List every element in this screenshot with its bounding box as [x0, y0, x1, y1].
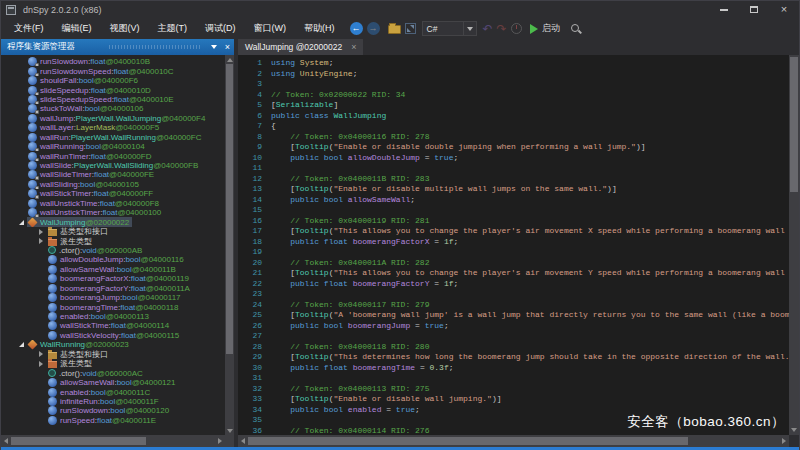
tree-item[interactable]: 派生类型: [1, 236, 234, 245]
tree-item[interactable]: runSlowdownSpeed : float @0400010C: [1, 66, 234, 75]
sidebar-vertical-scrollbar[interactable]: [225, 55, 234, 435]
code-scroll-right-icon[interactable]: [782, 438, 786, 444]
minimize-button[interactable]: [709, 1, 739, 18]
code-horizontal-scrollbar[interactable]: [238, 435, 789, 447]
tree-item[interactable]: stuckToWall : bool @04000106: [1, 104, 234, 113]
maximize-button[interactable]: [739, 1, 769, 18]
tree-item[interactable]: wallRunTimer : float @040000FD: [1, 151, 234, 160]
fullscreen-button[interactable]: [405, 23, 416, 34]
tree-item[interactable]: wallStickTimer : float @040000FF: [1, 189, 234, 198]
tree-item[interactable]: 派生类型: [1, 359, 234, 368]
tree-item[interactable]: .ctor() : void @060000AB: [1, 246, 234, 255]
tree-item[interactable]: wallStickVelocity : float @04000115: [1, 331, 234, 340]
line-number: 24: [238, 300, 262, 311]
panel-close-icon[interactable]: ×: [225, 43, 230, 52]
tree-item[interactable]: boomerangJump : bool @04000117: [1, 293, 234, 302]
redo-button[interactable]: ↷: [497, 23, 507, 35]
tree-item[interactable]: WallRunning @02000023: [1, 340, 234, 349]
code-scrollbar-thumb[interactable]: [790, 57, 798, 192]
undo-button[interactable]: ↶: [483, 23, 493, 35]
tree-item[interactable]: 基类型和接口: [1, 350, 234, 359]
line-number: 1: [238, 58, 262, 69]
navigate-forward-button[interactable]: →: [367, 22, 380, 35]
scroll-left-icon[interactable]: [4, 438, 8, 444]
tree-item[interactable]: WallJumping @02000022: [1, 217, 234, 226]
sidebar-scrollbar-thumb[interactable]: [226, 64, 233, 354]
tree-item[interactable]: allowSameWall : bool @04000121: [1, 378, 234, 387]
field-icon: [48, 255, 57, 264]
tree-item[interactable]: 基类型和接口: [1, 227, 234, 236]
menu-item[interactable]: 窗口(W): [245, 19, 296, 38]
panel-menu-icon[interactable]: [211, 45, 217, 49]
collapse-icon[interactable]: [15, 342, 27, 347]
tree-item[interactable]: shouldFall : bool @040000F6: [1, 76, 234, 85]
tab-close-icon[interactable]: ×: [351, 43, 356, 52]
scroll-right-icon[interactable]: [218, 438, 222, 444]
back-icon: ←: [350, 22, 363, 35]
menu-item[interactable]: 调试(D): [196, 19, 245, 38]
tree-item[interactable]: boomerangTime : float @04000118: [1, 302, 234, 311]
expand-icon[interactable]: [35, 361, 47, 367]
tree-item[interactable]: wallLayer : LayerMask @040000F5: [1, 123, 234, 132]
tree-item[interactable]: wallSliding : bool @04000105: [1, 180, 234, 189]
tree-item[interactable]: runSlowdown : bool @04000120: [1, 406, 234, 415]
code-line: 30 public float boomerangTime = 0.3f;: [238, 363, 789, 374]
tree-item[interactable]: allowSameWall : bool @0400011B: [1, 265, 234, 274]
menu-item[interactable]: 编辑(E): [53, 19, 101, 38]
scroll-down-icon[interactable]: [227, 429, 233, 433]
line-number: 3: [238, 79, 262, 90]
open-assembly-button[interactable]: [388, 23, 401, 34]
tree-item[interactable]: allowDoubleJump : bool @04000116: [1, 255, 234, 264]
menu-item[interactable]: 主题(T): [149, 19, 197, 38]
tree-item[interactable]: enabled : bool @04000113: [1, 312, 234, 321]
menu-item[interactable]: 帮助(H): [295, 19, 344, 38]
tree-item[interactable]: wallRunning : bool @04000104: [1, 142, 234, 151]
line-number: 10: [238, 153, 262, 164]
tree-item[interactable]: wallSlideTimer : float @040000FE: [1, 170, 234, 179]
combo-dropdown-button[interactable]: [464, 21, 477, 36]
scroll-up-icon[interactable]: [227, 58, 233, 62]
collapse-icon[interactable]: [15, 220, 27, 225]
tree-item[interactable]: infiniteRun : bool @0400011F: [1, 397, 234, 406]
tree-item[interactable]: wallStickTime : float @04000114: [1, 321, 234, 330]
tree-item[interactable]: runSpeed : float @0400011E: [1, 416, 234, 425]
language-combobox[interactable]: C#: [422, 21, 477, 36]
code-scroll-left-icon[interactable]: [241, 438, 245, 444]
tab-label: WallJumping @02000022: [245, 42, 342, 52]
menu-item[interactable]: 文件(F): [5, 19, 53, 38]
code-line: 23: [238, 289, 789, 300]
tree-item[interactable]: wallUnstickTimer : float @04000100: [1, 208, 234, 217]
tree-item[interactable]: slideSpeedupSpeed : float @0400010E: [1, 95, 234, 104]
start-debug-button[interactable]: 启动: [530, 22, 566, 35]
tree-item[interactable]: wallSlide : PlayerWall.WallSliding @0400…: [1, 161, 234, 170]
close-button[interactable]: ×: [769, 1, 799, 18]
tree-item[interactable]: slideSpeedup : float @0400010D: [1, 85, 234, 94]
tree-item[interactable]: .ctor() : void @060000AC: [1, 368, 234, 377]
code-vertical-scrollbar[interactable]: [789, 55, 799, 435]
tree-item[interactable]: wallJump : PlayerWall.WallJumping @04000…: [1, 114, 234, 123]
tree-item[interactable]: enabled : bool @0400011C: [1, 387, 234, 396]
expand-icon[interactable]: [35, 238, 47, 244]
search-button[interactable]: [570, 23, 582, 35]
assembly-explorer-header[interactable]: 程序集资源管理器 ×: [1, 39, 234, 55]
field-icon: [28, 67, 37, 76]
history-button[interactable]: [511, 23, 522, 34]
menu-item[interactable]: 视图(V): [101, 19, 149, 38]
tree-item[interactable]: boomerangFactorY : float @0400011A: [1, 284, 234, 293]
tree-item[interactable]: wallRun : PlayerWall.WallRunning @040000…: [1, 133, 234, 142]
tab-walljumping[interactable]: WallJumping @02000022 ×: [238, 39, 363, 55]
expand-icon[interactable]: [35, 351, 47, 357]
tree-item[interactable]: runSlowdown : float @0400010B: [1, 57, 234, 66]
navigate-back-button[interactable]: ←: [350, 22, 363, 35]
tree-item-label: wallSlide : PlayerWall.WallSliding @0400…: [40, 161, 198, 170]
code-hscrollbar-thumb[interactable]: [248, 437, 688, 445]
field-icon: [28, 123, 37, 132]
tree-item[interactable]: boomerangFactorX : float @04000119: [1, 274, 234, 283]
tree-item-label: slideSpeedup : float @0400010D: [40, 86, 151, 95]
sidebar-hscrollbar-thumb[interactable]: [11, 437, 146, 445]
code-scroll-down-icon[interactable]: [791, 428, 797, 432]
line-number: 22: [238, 279, 262, 290]
tree-item[interactable]: wallUnstickTime : float @040000F8: [1, 199, 234, 208]
expand-icon[interactable]: [35, 229, 47, 235]
sidebar-horizontal-scrollbar[interactable]: [1, 435, 234, 447]
